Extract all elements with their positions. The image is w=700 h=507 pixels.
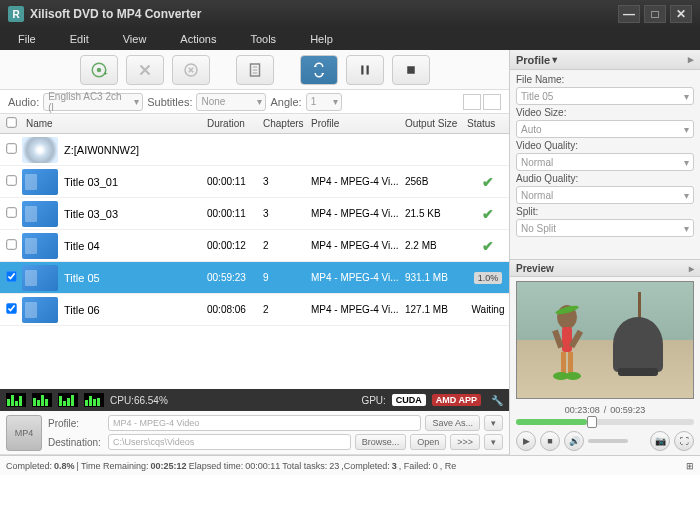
row-checkbox[interactable] [6,271,16,281]
browse-button[interactable]: Browse... [355,434,407,450]
table-row[interactable]: Title 03_0300:00:113MP4 - MPEG-4 Vi...21… [0,198,509,230]
svg-rect-9 [562,327,572,352]
menu-tools[interactable]: Tools [242,31,284,47]
play-controls: ▶ ■ 🔊 📷 ⛶ [510,427,700,455]
convert-button[interactable] [300,55,338,85]
view-list-button[interactable] [463,94,481,110]
expand-icon[interactable]: ▸ [689,263,694,274]
row-status: 1.0% [467,272,509,283]
table-row[interactable]: Title 03_0100:00:113MP4 - MPEG-4 Vi...25… [0,166,509,198]
row-name: Title 05 [64,272,207,284]
select-all-checkbox[interactable] [6,117,16,127]
svg-rect-12 [561,352,566,374]
row-size: 21.5 KB [405,208,467,219]
table-header: Name Duration Chapters Profile Output Si… [0,114,509,134]
status-elapsed: 00:00:11 [245,461,280,471]
settings-button[interactable] [236,55,274,85]
seek-slider[interactable] [516,419,694,425]
table-row[interactable]: Title 0500:59:239MP4 - MPEG-4 Vi...931.1… [0,262,509,294]
open-button[interactable]: Open [410,434,446,450]
status-done: 3 [392,461,397,471]
col-name[interactable]: Name [22,118,207,129]
table-row[interactable]: Z:[AIW0NNW2] [0,134,509,166]
split-field[interactable]: No Split [516,219,694,237]
svg-text:+: + [103,69,108,78]
view-grid-button[interactable] [483,94,501,110]
subtitles-select[interactable]: None [196,93,266,111]
col-output-size[interactable]: Output Size [405,118,467,129]
col-status[interactable]: Status [467,118,509,129]
svg-rect-7 [407,66,415,74]
thumbnail-icon [22,169,58,195]
filename-label: File Name: [516,74,694,85]
play-button[interactable]: ▶ [516,431,536,451]
saveas-button[interactable]: Save As... [425,415,480,431]
row-duration: 00:00:11 [207,176,263,187]
menu-help[interactable]: Help [302,31,341,47]
profile-field[interactable]: MP4 - MPEG-4 Video [108,415,421,431]
row-profile: MP4 - MPEG-4 Vi... [311,240,405,251]
volume-slider[interactable] [588,439,628,443]
menu-view[interactable]: View [115,31,155,47]
row-profile: MP4 - MPEG-4 Vi... [311,176,405,187]
audio-select[interactable]: English AC3 2ch (l [43,93,143,111]
mute-button[interactable]: 🔊 [564,431,584,451]
pause-button[interactable] [346,55,384,85]
subtitles-label: Subtitles: [147,96,192,108]
status-expand-icon[interactable]: ⊞ [686,461,694,471]
thumbnail-icon [22,137,58,163]
row-checkbox[interactable] [6,175,16,185]
profile-dropdown-button[interactable]: ▾ [484,415,503,431]
col-profile[interactable]: Profile [311,118,405,129]
bell-graphic [613,317,663,372]
row-duration: 00:08:06 [207,304,263,315]
row-duration: 00:00:12 [207,240,263,251]
minimize-button[interactable]: — [618,5,640,23]
row-checkbox[interactable] [6,207,16,217]
cuda-badge[interactable]: CUDA [392,394,426,406]
menu-file[interactable]: File [10,31,44,47]
row-name: Title 03_03 [64,208,207,220]
preview-header: Preview ▸ [510,259,700,277]
snapshot-button[interactable]: 📷 [650,431,670,451]
status-failed: 0 [433,461,438,471]
profile-header[interactable]: Profile▼ ▸ [510,50,700,70]
audioquality-label: Audio Quality: [516,173,694,184]
maximize-button[interactable]: □ [644,5,666,23]
row-size: 2.2 MB [405,240,467,251]
wrench-icon[interactable]: 🔧 [491,395,503,406]
row-chapters: 2 [263,240,311,251]
thumbnail-icon [22,297,58,323]
videoquality-field[interactable]: Normal [516,153,694,171]
stop-preview-button[interactable]: ■ [540,431,560,451]
row-checkbox[interactable] [6,303,16,313]
audioquality-field[interactable]: Normal [516,186,694,204]
menu-actions[interactable]: Actions [172,31,224,47]
dest-dropdown-button[interactable]: ▾ [484,434,503,450]
clear-button[interactable] [172,55,210,85]
stop-button[interactable] [392,55,430,85]
row-name: Title 04 [64,240,207,252]
filename-field[interactable]: Title 05 [516,87,694,105]
expand-icon[interactable]: ▸ [688,53,694,66]
row-checkbox[interactable] [6,143,16,153]
nav-button[interactable]: >>> [450,434,480,450]
row-checkbox[interactable] [6,239,16,249]
angle-select[interactable]: 1 [306,93,342,111]
dest-field[interactable]: C:\Users\cqs\Videos [108,434,351,450]
cpu-meter-icon [58,393,78,407]
close-button[interactable]: ✕ [670,5,692,23]
videosize-field[interactable]: Auto [516,120,694,138]
menu-edit[interactable]: Edit [62,31,97,47]
col-chapters[interactable]: Chapters [263,118,311,129]
col-duration[interactable]: Duration [207,118,263,129]
table-row[interactable]: Title 0600:08:062MP4 - MPEG-4 Vi...127.1… [0,294,509,326]
amd-badge[interactable]: AMD APP [432,394,481,406]
file-list: Z:[AIW0NNW2]Title 03_0100:00:113MP4 - MP… [0,134,509,389]
add-disc-button[interactable]: + [80,55,118,85]
row-profile: MP4 - MPEG-4 Vi... [311,208,405,219]
table-row[interactable]: Title 0400:00:122MP4 - MPEG-4 Vi...2.2 M… [0,230,509,262]
delete-button[interactable] [126,55,164,85]
svg-rect-13 [568,352,573,374]
fullscreen-button[interactable]: ⛶ [674,431,694,451]
